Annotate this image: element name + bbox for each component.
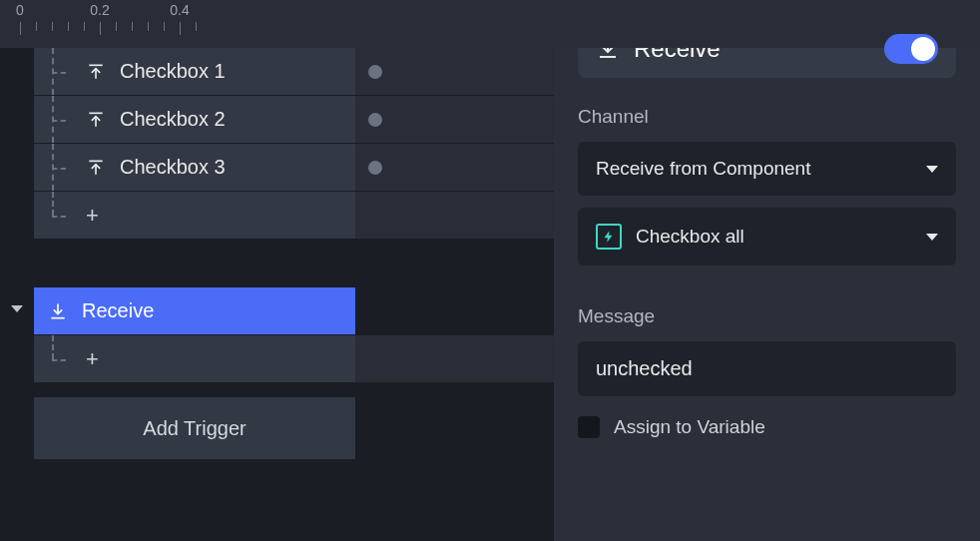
enable-toggle[interactable] xyxy=(884,34,938,64)
timeline-track[interactable] xyxy=(355,144,554,191)
message-input[interactable]: unchecked xyxy=(578,341,956,396)
assign-variable-row[interactable]: Assign to Variable xyxy=(578,416,956,438)
child-label: Checkbox 2 xyxy=(120,108,226,131)
trigger-label: Receive xyxy=(82,299,154,322)
timeline-track[interactable] xyxy=(355,48,554,95)
child-label: Checkbox 1 xyxy=(120,60,226,83)
inspector-panel: Receive Channel Receive from Component C… xyxy=(554,0,980,541)
child-row-checkbox-3[interactable]: Checkbox 3 xyxy=(34,144,554,192)
add-trigger-button[interactable]: Add Trigger xyxy=(34,397,355,459)
plus-icon[interactable]: + xyxy=(86,203,99,229)
tree-connector xyxy=(48,144,72,191)
tree-connector xyxy=(48,96,72,143)
chevron-down-icon xyxy=(926,234,938,241)
tree-connector xyxy=(48,192,72,239)
chevron-down-icon xyxy=(926,166,938,173)
child-row-checkbox-1[interactable]: Checkbox 1 xyxy=(34,48,554,96)
trigger-block-receive-2: Receive 0 0.2 0.4 xyxy=(0,287,554,459)
tree-connector xyxy=(48,335,72,382)
trigger-list-panel: Receive 0 0.2 0.4 xyxy=(0,0,554,541)
chevron-down-icon[interactable] xyxy=(11,305,23,312)
trigger-receive-header[interactable]: Receive xyxy=(34,287,355,334)
send-icon xyxy=(86,62,106,82)
timeline-ruler[interactable]: 0 0.2 0.4 xyxy=(0,0,980,48)
bolt-icon xyxy=(596,224,622,250)
assign-label: Assign to Variable xyxy=(614,416,765,438)
component-select[interactable]: Checkbox all xyxy=(578,208,956,266)
add-child-row[interactable]: + xyxy=(34,335,554,383)
keyframe-icon[interactable] xyxy=(368,65,382,79)
channel-select[interactable]: Receive from Component xyxy=(578,142,956,196)
message-section-label: Message xyxy=(578,305,956,327)
timeline-track xyxy=(355,335,554,382)
timeline-track xyxy=(355,192,554,239)
add-child-row[interactable]: + xyxy=(34,192,554,240)
keyframe-icon[interactable] xyxy=(368,113,382,127)
timeline-track[interactable] xyxy=(355,96,554,143)
plus-icon[interactable]: + xyxy=(86,346,99,372)
child-label: Checkbox 3 xyxy=(120,156,226,179)
receive-icon xyxy=(48,301,68,321)
send-icon xyxy=(86,158,106,178)
keyframe-icon[interactable] xyxy=(368,161,382,175)
ruler-ticks xyxy=(0,22,980,36)
child-row-checkbox-2[interactable]: Checkbox 2 xyxy=(34,96,554,144)
tree-connector xyxy=(48,48,72,95)
expand-caret-col xyxy=(0,287,34,459)
send-icon xyxy=(86,110,106,130)
channel-section-label: Channel xyxy=(578,106,956,128)
trigger-header-row-selected[interactable]: Receive 0 0.2 0.4 xyxy=(34,287,554,335)
assign-checkbox[interactable] xyxy=(578,416,600,438)
spacer xyxy=(0,240,554,287)
